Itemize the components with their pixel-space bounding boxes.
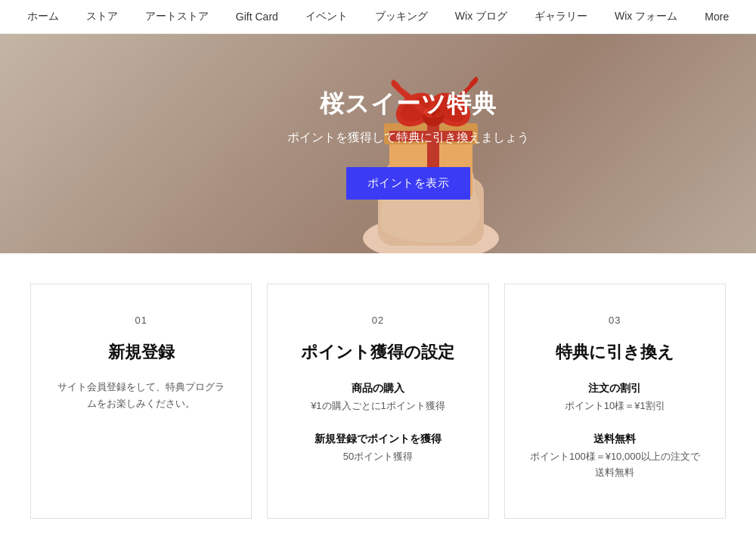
hero-section: 桜スイーツ特典 ポイントを獲得して特典に引き換えましょう ポイントを表示 — [0, 34, 756, 253]
cards-section: 01 新規登録 サイト会員登録をして、特典プログラムをお楽しみください。 02 … — [0, 253, 756, 549]
card-3: 03 特典に引き換え 注文の割引 ポイント10様＝¥1割引 送料無料 ポイント1… — [504, 284, 726, 519]
card-number: 03 — [528, 315, 702, 326]
card-title: 新規登録 — [54, 341, 228, 364]
card-title: 特典に引き換え — [528, 341, 702, 364]
nav-item-ブッキング[interactable]: ブッキング — [361, 0, 442, 34]
hero-subtitle: ポイントを獲得して特典に引き換えましょう — [287, 130, 529, 146]
reward-title: 新規登録でポイントを獲得 — [290, 432, 465, 446]
card-description: サイト会員登録をして、特典プログラムをお楽しみください。 — [54, 379, 228, 412]
nav-item-イベント[interactable]: イベント — [292, 0, 361, 34]
nav-item-ギャラリー[interactable]: ギャラリー — [521, 0, 601, 34]
navigation: ホームストアアートストアGift CardイベントブッキングWix ブログギャラ… — [0, 0, 756, 34]
reward-title: 注文の割引 — [528, 382, 702, 395]
nav-item-Wix-ブログ[interactable]: Wix ブログ — [442, 0, 521, 34]
card-1: 01 新規登録 サイト会員登録をして、特典プログラムをお楽しみください。 — [30, 284, 252, 519]
points-display-button[interactable]: ポイントを表示 — [346, 167, 471, 200]
reward-title: 商品の購入 — [290, 382, 465, 395]
nav-item-More[interactable]: More — [691, 0, 742, 34]
card-2: 02 ポイント獲得の設定 商品の購入 ¥1の購入ごとに1ポイント獲得 新規登録で… — [267, 284, 488, 519]
reward-desc: ポイント10様＝¥1割引 — [528, 398, 702, 414]
card-number: 01 — [54, 315, 228, 326]
nav-item-ホーム[interactable]: ホーム — [14, 0, 73, 34]
hero-content: 桜スイーツ特典 ポイントを獲得して特典に引き換えましょう ポイントを表示 — [287, 88, 529, 200]
reward-title: 送料無料 — [528, 432, 702, 446]
card-number: 02 — [290, 315, 465, 326]
nav-item-Wix-フォーム[interactable]: Wix フォーム — [601, 0, 691, 34]
reward-desc: 50ポイント獲得 — [290, 449, 465, 465]
reward-desc: ¥1の購入ごとに1ポイント獲得 — [290, 398, 465, 414]
card-title: ポイント獲得の設定 — [290, 341, 465, 364]
hero-title: 桜スイーツ特典 — [287, 88, 529, 121]
nav-item-アートストア[interactable]: アートストア — [132, 0, 222, 34]
nav-item-Gift-Card[interactable]: Gift Card — [222, 0, 292, 34]
nav-item-ストア[interactable]: ストア — [73, 0, 132, 34]
reward-desc: ポイント100様＝¥10,000以上の注文で送料無料 — [528, 449, 702, 481]
